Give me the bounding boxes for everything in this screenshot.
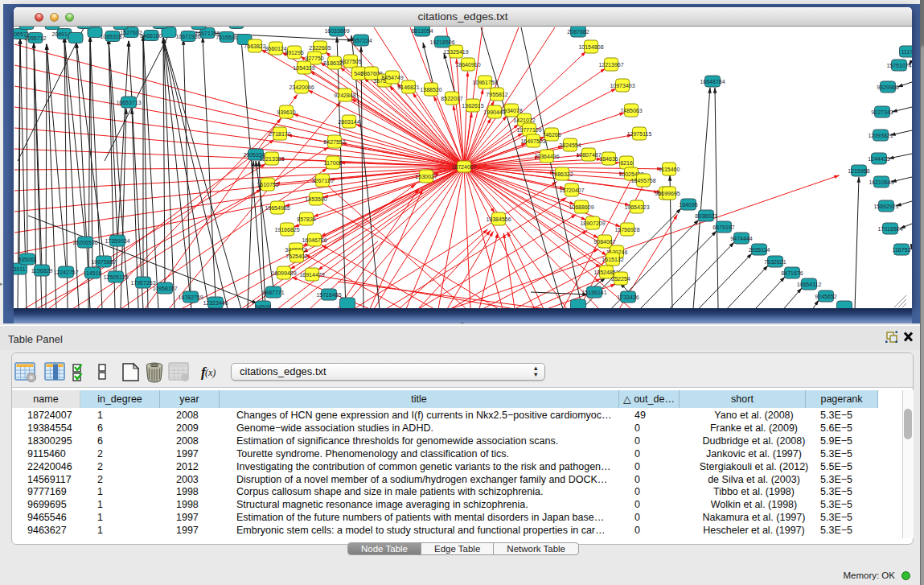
svg-text:19166825: 19166825 xyxy=(274,227,299,233)
svg-text:1530027: 1530027 xyxy=(415,174,437,179)
svg-text:6216: 6216 xyxy=(620,160,633,166)
svg-text:12975115: 12975115 xyxy=(627,131,652,137)
svg-text:12213383: 12213383 xyxy=(259,156,284,162)
svg-text:1453590: 1453590 xyxy=(305,196,326,202)
svg-text:16210643: 16210643 xyxy=(869,179,893,185)
svg-text:1362615: 1362615 xyxy=(462,103,483,109)
svg-text:19777109: 19777109 xyxy=(516,127,541,133)
svg-text:3267110: 3267110 xyxy=(312,178,334,183)
svg-text:9474444: 9474444 xyxy=(730,236,752,241)
svg-text:17957253: 17957253 xyxy=(130,280,155,286)
svg-text:10973493: 10973493 xyxy=(610,83,634,89)
svg-text:8813054: 8813054 xyxy=(411,28,433,34)
svg-text:7632621: 7632621 xyxy=(764,259,786,265)
svg-text:891295: 891295 xyxy=(285,50,303,56)
svg-text:1215958: 1215958 xyxy=(848,168,869,174)
svg-text:19218506: 19218506 xyxy=(429,39,454,45)
svg-text:19654323: 19654323 xyxy=(624,204,649,210)
svg-text:18724007: 18724007 xyxy=(451,164,476,170)
svg-text:9245652: 9245652 xyxy=(815,294,836,299)
svg-text:9227343: 9227343 xyxy=(871,109,893,115)
svg-text:6466160: 6466160 xyxy=(140,33,162,39)
svg-text:114519: 114519 xyxy=(84,270,102,276)
svg-text:10975887: 10975887 xyxy=(91,259,116,265)
svg-text:15716485: 15716485 xyxy=(316,292,341,298)
svg-text:16497503: 16497503 xyxy=(520,138,545,144)
svg-text:17359934: 17359934 xyxy=(105,238,129,244)
svg-text:9115460: 9115460 xyxy=(659,167,680,172)
svg-text:2322605: 2322605 xyxy=(309,45,331,51)
svg-text:16099489: 16099489 xyxy=(271,270,296,276)
svg-text:927750: 927750 xyxy=(305,56,323,61)
svg-text:117006: 117006 xyxy=(324,160,343,166)
svg-text:18495758: 18495758 xyxy=(630,178,655,183)
svg-text:10958107: 10958107 xyxy=(152,286,177,291)
svg-text:10688609: 10688609 xyxy=(569,204,593,210)
svg-text:2055712: 2055712 xyxy=(24,35,46,41)
svg-text:10654112: 10654112 xyxy=(797,282,822,287)
svg-text:252254: 252254 xyxy=(611,276,630,282)
svg-text:15136141: 15136141 xyxy=(581,290,606,295)
svg-text:2935114: 2935114 xyxy=(749,247,770,253)
svg-text:1388520: 1388520 xyxy=(420,87,441,93)
svg-text:1054339: 1054339 xyxy=(293,65,314,71)
svg-text:7955812: 7955812 xyxy=(486,92,507,97)
svg-text:10154808: 10154808 xyxy=(578,44,603,50)
svg-text:16046786: 16046786 xyxy=(302,237,326,243)
svg-text:18640910: 18640910 xyxy=(455,62,480,68)
svg-text:18907209: 18907209 xyxy=(580,220,605,226)
svg-text:16914479: 16914479 xyxy=(299,272,324,278)
svg-text:7515536: 7515536 xyxy=(216,35,237,40)
svg-text:1117: 1117 xyxy=(901,49,912,55)
svg-text:15692921: 15692921 xyxy=(873,204,898,209)
svg-text:12093821: 12093821 xyxy=(868,133,893,138)
svg-text:16033809: 16033809 xyxy=(324,28,349,34)
svg-text:1156829: 1156829 xyxy=(31,268,53,274)
svg-text:9327505: 9327505 xyxy=(339,59,361,64)
svg-text:935061: 935061 xyxy=(18,257,36,262)
svg-text:1990443: 1990443 xyxy=(483,109,505,115)
svg-text:15720407: 15720407 xyxy=(559,187,584,193)
svg-text:8471676: 8471676 xyxy=(781,270,803,276)
svg-text:1527602: 1527602 xyxy=(120,30,142,35)
svg-text:7625402: 7625402 xyxy=(285,253,307,259)
svg-text:8454749: 8454749 xyxy=(381,75,403,80)
svg-text:2087682: 2087682 xyxy=(567,29,589,35)
svg-text:13325419: 13325419 xyxy=(443,49,468,55)
svg-text:20206536: 20206536 xyxy=(72,240,97,245)
svg-text:7663822: 7663822 xyxy=(244,43,265,49)
svg-text:8660124: 8660124 xyxy=(265,46,286,51)
svg-text:12242757: 12242757 xyxy=(53,270,78,275)
svg-text:19654985: 19654985 xyxy=(265,205,290,211)
svg-text:3911: 3911 xyxy=(14,266,26,272)
svg-text:8522037: 8522037 xyxy=(441,96,462,101)
svg-text:9084067: 9084067 xyxy=(593,239,615,245)
svg-text:23420046: 23420046 xyxy=(289,84,314,90)
svg-text:164095: 164095 xyxy=(679,202,697,208)
svg-text:16648784: 16648784 xyxy=(700,79,725,84)
svg-text:1244415: 1244415 xyxy=(868,156,889,162)
svg-text:(x): (x) xyxy=(205,367,216,378)
svg-text:12505135: 12505135 xyxy=(103,274,128,280)
svg-text:746266: 746266 xyxy=(542,132,561,138)
svg-text:17016504: 17016504 xyxy=(877,226,902,232)
svg-text:12213967: 12213967 xyxy=(598,62,623,68)
svg-text:1733426: 1733426 xyxy=(617,295,639,300)
svg-text:19384556: 19384556 xyxy=(486,216,511,222)
svg-text:3824554: 3824554 xyxy=(559,142,581,148)
svg-text:1421072: 1421072 xyxy=(513,117,535,123)
svg-text:15756928: 15756928 xyxy=(614,227,639,233)
svg-text:0699695: 0699695 xyxy=(658,191,680,196)
svg-text:8938923: 8938923 xyxy=(695,213,717,219)
svg-text:7357224: 7357224 xyxy=(350,38,372,43)
svg-text:939610: 939610 xyxy=(277,109,295,115)
svg-text:184636: 184636 xyxy=(599,156,618,162)
svg-text:1610755: 1610755 xyxy=(257,182,278,187)
svg-text:7486322: 7486322 xyxy=(551,171,573,177)
svg-text:12323446: 12323446 xyxy=(203,300,228,306)
svg-text:2718170: 2718170 xyxy=(269,131,290,137)
svg-text:16782759: 16782759 xyxy=(178,295,203,300)
svg-text:7485063: 7485063 xyxy=(620,108,642,113)
svg-text:16653713: 16653713 xyxy=(116,100,141,105)
svg-text:6879197: 6879197 xyxy=(713,225,734,230)
